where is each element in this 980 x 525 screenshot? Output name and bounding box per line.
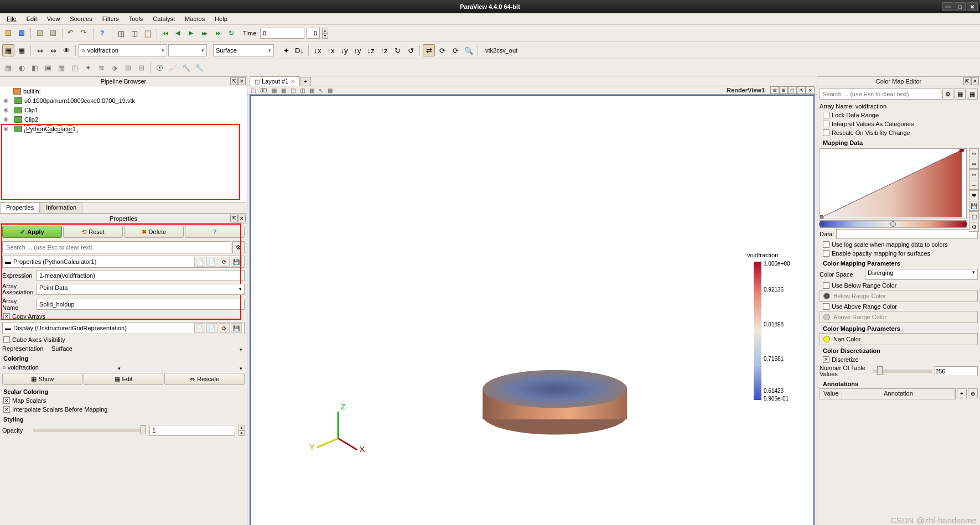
filter-warp-button[interactable]: ⬗ — [108, 61, 121, 74]
filter-glyph-button[interactable]: ✦ — [82, 61, 94, 74]
use-above-color-checkbox[interactable] — [823, 303, 829, 310]
copy-button[interactable]: 📄 — [194, 323, 205, 333]
map-scalars-checkbox[interactable]: ✕ — [3, 397, 10, 404]
properties-help-button[interactable]: ? — [185, 226, 245, 238]
reload-button[interactable]: ⟳ — [219, 323, 230, 333]
representation-selector[interactable]: Surface — [213, 44, 274, 56]
split-horizontal-button[interactable]: ⊟ — [770, 86, 779, 94]
select-points-button[interactable]: ◫ — [289, 87, 297, 93]
vcr-prev-button[interactable] — [173, 27, 185, 39]
open-file-button[interactable] — [2, 27, 14, 39]
cme-advanced-button[interactable]: ⚙ — [942, 89, 953, 100]
opacity-mapping-checkbox[interactable] — [823, 250, 829, 257]
frame-input[interactable] — [307, 28, 320, 39]
array-name-input[interactable] — [37, 299, 245, 310]
cme-detach-button[interactable]: ⇱ — [963, 77, 971, 85]
opacity-input[interactable] — [149, 425, 235, 436]
frame-spinner[interactable]: ▲▼ — [322, 28, 328, 39]
array-assoc-select[interactable]: Point Data — [37, 284, 245, 295]
show-scalar-bar-button[interactable]: ▦ Show — [2, 373, 82, 385]
log-scale-checkbox[interactable] — [823, 241, 829, 248]
expression-input[interactable] — [37, 270, 245, 281]
filter-threshold-button[interactable]: ▦ — [55, 61, 68, 74]
d-button[interactable]: D↓ — [293, 44, 305, 56]
filter-stream-button[interactable]: ≋ — [95, 61, 107, 74]
filter-calc-button[interactable]: ▦ — [2, 61, 14, 74]
close-tab-icon[interactable]: ✕ — [291, 79, 295, 85]
restore-view-button[interactable]: ⇱ — [797, 86, 806, 94]
opacity-spinner[interactable]: ▲▼ — [238, 425, 245, 436]
render-view[interactable]: Z X Y voidfraction 1.000e+00 0.92135 0.8… — [250, 95, 815, 525]
reset-button[interactable]: ⟲Reset — [63, 226, 123, 238]
refresh-c-button[interactable]: 🔍 — [463, 44, 475, 56]
data-value-input[interactable] — [836, 229, 978, 239]
vcr-first-button[interactable] — [160, 27, 172, 39]
discretize-checkbox[interactable]: ✕ — [823, 356, 829, 363]
use-below-color-checkbox[interactable] — [823, 282, 829, 289]
invert-tf-button[interactable]: ↔ — [969, 180, 979, 190]
menu-view[interactable]: View — [43, 14, 65, 23]
window-close-button[interactable]: ✕ — [967, 2, 978, 11]
eye-icon[interactable]: ◉ — [3, 106, 12, 114]
reload-button[interactable]: ⟳ — [219, 257, 230, 267]
above-color-button[interactable]: Above Range Color — [820, 311, 978, 323]
menu-edit[interactable]: Edit — [22, 14, 42, 23]
tab-information[interactable]: Information — [40, 202, 82, 213]
connect-button[interactable] — [34, 27, 46, 39]
add-active-annotation-button[interactable]: ⊕ — [968, 388, 978, 398]
axis-nz-button[interactable]: ↑z — [378, 44, 390, 56]
save-defaults-button[interactable]: 💾 — [231, 323, 242, 333]
axis-pz-button[interactable]: ↓z — [365, 44, 377, 56]
menu-sources[interactable]: Sources — [65, 14, 96, 23]
menu-help[interactable]: Help — [210, 14, 232, 23]
refresh-b-button[interactable]: ⟳ — [449, 44, 462, 56]
choose-preset-button[interactable]: ❤ — [969, 190, 979, 200]
3d-mode-button[interactable]: 3D — [259, 87, 268, 93]
select-frustum-button[interactable]: ◫ — [299, 87, 306, 93]
add-annotation-button[interactable]: + — [957, 388, 967, 398]
menu-filters[interactable]: Filters — [98, 14, 123, 23]
filter-extract-button[interactable]: ◫ — [69, 61, 81, 74]
filter-group-button[interactable]: ⊞ — [122, 61, 134, 74]
rescale-button[interactable]: ⇔ — [34, 44, 46, 56]
camera-reset-button[interactable]: ▦ — [326, 87, 334, 93]
rescale-data-button[interactable]: ⇔ — [969, 148, 979, 158]
colorspace-select[interactable]: Diverging — [865, 269, 978, 280]
save-defaults-button[interactable]: 💾 — [231, 257, 242, 267]
link-cameras-button[interactable]: ⇄ — [423, 44, 435, 56]
rescale-custom-button[interactable]: ⇔ — [47, 44, 59, 56]
axis-px-button[interactable]: ↓x — [312, 44, 324, 56]
coloring-array-select[interactable]: ○ voidfraction — [2, 364, 123, 371]
color-transfer-function[interactable] — [820, 220, 967, 228]
filter-slice-button[interactable]: ▣ — [42, 61, 54, 74]
filter-extract-level-button[interactable]: ⊟ — [135, 61, 147, 74]
opacity-slider[interactable] — [33, 429, 146, 432]
vcr-next-button[interactable] — [200, 27, 212, 39]
close-view-button[interactable]: ✕ — [806, 86, 815, 94]
color-scalar-bar-button[interactable]: ▦ — [2, 44, 14, 56]
rescale-visibility-checkbox[interactable] — [823, 129, 829, 136]
axis-ny-button[interactable]: ↑y — [351, 44, 364, 56]
pipeline-detach-button[interactable]: ⇱ — [230, 77, 238, 85]
scalar-bar[interactable]: voidfraction 1.000e+00 0.92135 0.81898 0… — [754, 262, 797, 400]
coloring-component-select[interactable] — [124, 364, 245, 371]
properties-advanced-button[interactable]: ⚙ — [232, 241, 245, 253]
window-maximize-button[interactable]: □ — [955, 2, 966, 11]
save-preset-button[interactable]: 💾 — [969, 201, 979, 211]
select-cells-button[interactable]: ▦ — [280, 87, 287, 93]
edit-colormap-button[interactable]: ▦ — [15, 44, 28, 56]
tab-properties[interactable]: Properties — [0, 202, 40, 213]
tool-b-button[interactable]: ◫ — [128, 27, 141, 39]
maximize-view-button[interactable]: ▢ — [788, 86, 797, 94]
menu-catalyst[interactable]: Catalyst — [148, 14, 179, 23]
rescale-temporal-button[interactable]: ⇔ — [969, 169, 979, 179]
filter-tube-button[interactable]: 🔧 — [193, 61, 205, 74]
deselect-button[interactable]: ↖ — [318, 87, 324, 93]
refresh-a-button[interactable]: ⟳ — [436, 44, 448, 56]
vcr-loop-button[interactable] — [226, 27, 238, 39]
edit-colormap-button-2[interactable]: ▦ Edit — [84, 373, 164, 385]
vcr-last-button[interactable] — [213, 27, 225, 39]
time-input[interactable] — [260, 28, 304, 39]
paste-button[interactable]: 📄 — [206, 323, 217, 333]
interact-mode-button[interactable]: ⬚ — [250, 87, 257, 93]
